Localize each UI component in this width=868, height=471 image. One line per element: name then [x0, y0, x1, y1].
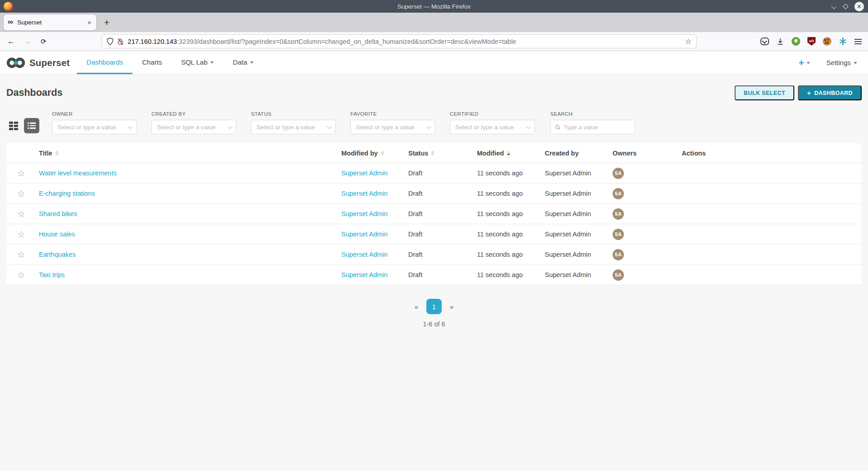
dashboard-title-link[interactable]: House sales [39, 231, 75, 238]
cookie-extension-icon[interactable] [823, 37, 831, 46]
modified-by-link[interactable]: Superset Admin [341, 170, 387, 177]
dashboard-title-link[interactable]: Taxi trips [39, 271, 65, 278]
nav-sql-lab[interactable]: SQL Lab [171, 51, 223, 74]
column-header-title[interactable]: Title [39, 150, 341, 157]
sort-icon [431, 151, 434, 155]
filter-created-by-select[interactable]: Select or type a value [151, 120, 236, 134]
window-shade-icon[interactable] [832, 5, 837, 8]
status-cell: Draft [408, 210, 477, 217]
filter-created-by-label: CREATED BY [151, 111, 236, 117]
column-header-modified-by[interactable]: Modified by [341, 150, 408, 157]
filter-status-select[interactable]: Select or type a value [251, 120, 336, 134]
chevron-down-icon [807, 62, 810, 64]
new-dashboard-label: DASHBOARD [814, 90, 853, 96]
nav-charts-label: Charts [142, 58, 162, 66]
created-by-cell: Superset Admin [545, 231, 613, 238]
url-host: 217.160.120.143 [128, 38, 177, 45]
superset-infinity-icon [6, 57, 25, 69]
search-icon [555, 124, 561, 130]
reload-icon[interactable]: ⟳ [41, 38, 47, 45]
downloads-icon[interactable] [776, 38, 784, 46]
favorite-star-icon[interactable]: ☆ [17, 168, 25, 178]
column-header-status[interactable]: Status [408, 150, 477, 157]
tab-close-icon[interactable]: × [86, 19, 92, 26]
previous-page-button[interactable]: « [415, 303, 418, 311]
new-dashboard-button[interactable]: + DASHBOARD [798, 85, 862, 100]
pagination-summary: 1-6 of 6 [0, 320, 868, 328]
card-view-icon[interactable] [9, 122, 18, 130]
new-item-menu[interactable]: + [799, 58, 810, 67]
owner-avatar[interactable]: SA [613, 188, 624, 199]
column-header-created-by: Created by [545, 150, 613, 157]
sort-desc-icon [507, 151, 510, 155]
nav-charts[interactable]: Charts [132, 51, 171, 74]
settings-menu[interactable]: Settings [826, 59, 857, 66]
back-icon[interactable]: ← [7, 38, 15, 45]
column-header-modified[interactable]: Modified [477, 150, 545, 157]
bookmark-star-icon[interactable]: ☆ [685, 37, 691, 46]
brand-name: Superset [29, 57, 70, 68]
owner-avatar[interactable]: SA [613, 168, 624, 179]
sparkle-extension-icon[interactable] [839, 37, 847, 46]
tab-title: Superset [17, 19, 86, 26]
forward-icon: → [24, 38, 32, 45]
url-bar[interactable]: 217.160.120.143:32393/dashboard/list/?pa… [102, 34, 697, 48]
pagination: « 1 » [0, 299, 868, 314]
modified-by-link[interactable]: Superset Admin [341, 231, 387, 238]
sort-icon [381, 151, 384, 155]
created-by-cell: Superset Admin [545, 190, 613, 197]
column-status-label: Status [408, 150, 428, 157]
favorite-star-icon[interactable]: ☆ [17, 188, 25, 198]
ublock-origin-icon[interactable]: uO [807, 37, 816, 46]
favorite-star-icon[interactable]: ☆ [17, 270, 25, 280]
modified-by-link[interactable]: Superset Admin [341, 190, 387, 197]
tracking-protection-shield-icon[interactable] [107, 38, 113, 45]
favorite-star-icon[interactable]: ☆ [17, 229, 25, 239]
owner-avatar[interactable]: SA [613, 208, 624, 220]
nav-data[interactable]: Data [223, 51, 263, 74]
next-page-button[interactable]: » [450, 303, 453, 311]
favorite-star-icon[interactable]: ☆ [17, 250, 25, 259]
menu-hamburger-icon[interactable] [854, 39, 862, 44]
dashboard-title-link[interactable]: Water level measurements [39, 170, 117, 177]
superset-logo[interactable]: Superset [0, 51, 70, 74]
window-maximize-icon[interactable] [843, 4, 849, 9]
filter-search: SEARCH [550, 111, 635, 134]
chevron-down-icon [250, 61, 254, 64]
favorite-star-icon[interactable]: ☆ [17, 209, 25, 219]
window-close-icon[interactable]: ✕ [854, 2, 864, 11]
url-text[interactable]: 217.160.120.143:32393/dashboard/list/?pa… [128, 38, 682, 45]
pocket-icon[interactable] [760, 38, 769, 45]
modified-by-link[interactable]: Superset Admin [341, 210, 387, 217]
dashboard-title-link[interactable]: Earthquakes [39, 251, 75, 258]
bulk-select-button[interactable]: BULK SELECT [735, 85, 794, 100]
chevron-down-icon [327, 124, 332, 129]
status-cell: Draft [408, 251, 477, 258]
browser-tab-superset[interactable]: ∞ Superset × [4, 14, 96, 30]
filter-certified-select[interactable]: Select or type a value [450, 120, 535, 134]
search-input[interactable] [564, 124, 630, 131]
chevron-down-icon [526, 124, 531, 129]
page-1-button[interactable]: 1 [426, 299, 442, 314]
column-title-label: Title [39, 150, 52, 157]
insecure-lock-icon[interactable] [117, 38, 124, 45]
owner-avatar[interactable]: SA [613, 229, 624, 240]
filter-owner-select[interactable]: Select or type a value [52, 120, 137, 134]
owner-avatar[interactable]: SA [613, 249, 624, 260]
filter-favorite-placeholder: Select or type a value [356, 124, 415, 131]
dashboard-title-link[interactable]: E-charging stations [39, 190, 95, 197]
modified-by-link[interactable]: Superset Admin [341, 271, 387, 278]
filter-created-by: CREATED BY Select or type a value [151, 111, 236, 134]
settings-label: Settings [826, 59, 851, 66]
new-tab-button[interactable]: + [104, 18, 109, 27]
modified-by-link[interactable]: Superset Admin [341, 251, 387, 258]
column-actions-label: Actions [682, 150, 706, 157]
filter-favorite-select[interactable]: Select or type a value [350, 120, 435, 134]
privacy-badger-icon[interactable] [792, 37, 800, 46]
list-view-icon[interactable] [24, 118, 39, 133]
status-cell: Draft [408, 231, 477, 238]
nav-dashboards[interactable]: Dashboards [77, 51, 132, 74]
owner-avatar[interactable]: SA [613, 269, 624, 281]
search-label: SEARCH [550, 111, 635, 117]
dashboard-title-link[interactable]: Shared bikes [39, 210, 77, 217]
